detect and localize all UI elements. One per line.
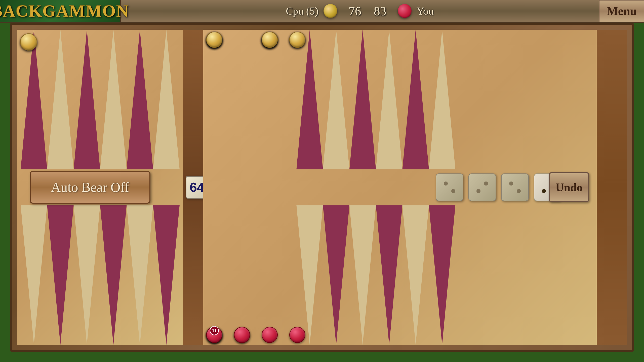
svg-marker-19 xyxy=(323,205,349,345)
you-name: You xyxy=(417,5,434,17)
bear-off-tray xyxy=(597,30,627,345)
svg-marker-17 xyxy=(429,30,455,169)
svg-marker-12 xyxy=(296,30,323,169)
auto-bear-off-button[interactable]: Auto Bear Off xyxy=(30,171,150,204)
tan-checker[interactable] xyxy=(20,33,37,51)
svg-point-29 xyxy=(517,189,521,193)
svg-marker-4 xyxy=(127,30,153,169)
board-container: Auto Bear Off 64 xyxy=(10,23,634,352)
menu-button[interactable]: Menu xyxy=(599,0,644,22)
score-area: Cpu (5) 76 83 You xyxy=(121,4,599,18)
undo-label: Undo xyxy=(555,181,582,194)
undo-button[interactable]: Undo xyxy=(549,172,589,202)
svg-marker-1 xyxy=(47,30,73,169)
cpu-score: 76 xyxy=(347,4,363,18)
svg-marker-0 xyxy=(21,30,47,169)
red-checker[interactable] xyxy=(289,327,305,343)
header: BACKGAMMON Cpu (5) 76 83 You Menu xyxy=(0,0,644,23)
svg-marker-16 xyxy=(403,30,429,169)
auto-bear-off-label: Auto Bear Off xyxy=(51,179,129,195)
doubling-cube-value: 64 xyxy=(190,180,204,195)
svg-point-30 xyxy=(542,189,546,193)
svg-marker-3 xyxy=(100,30,127,169)
cpu-section: Cpu (5) xyxy=(286,4,337,18)
tan-checker[interactable] xyxy=(289,32,305,48)
svg-point-26 xyxy=(476,189,480,193)
point-6-red-checkers: 11 xyxy=(206,327,222,343)
you-section: You xyxy=(398,4,434,18)
right-board: Undo 11 xyxy=(203,30,597,345)
svg-marker-7 xyxy=(47,205,73,345)
svg-marker-15 xyxy=(376,30,402,169)
die-1 xyxy=(436,173,463,201)
title-area: BACKGAMMON xyxy=(0,0,121,22)
bar: 64 xyxy=(183,30,203,345)
red-checker[interactable] xyxy=(234,327,250,343)
svg-marker-13 xyxy=(323,30,349,169)
svg-marker-11 xyxy=(153,205,180,345)
die-3-dots xyxy=(506,178,524,196)
svg-point-24 xyxy=(444,182,448,186)
svg-marker-23 xyxy=(429,205,455,345)
menu-label: Menu xyxy=(607,4,637,18)
svg-marker-14 xyxy=(349,30,376,169)
red-checker[interactable] xyxy=(262,327,278,343)
svg-point-25 xyxy=(451,189,455,193)
svg-marker-22 xyxy=(403,205,429,345)
cpu-name: Cpu (5) xyxy=(286,5,318,17)
svg-marker-18 xyxy=(296,205,323,345)
svg-marker-9 xyxy=(100,205,127,345)
die-2-dots xyxy=(473,178,491,196)
you-score: 83 xyxy=(373,4,388,18)
tan-checker[interactable] xyxy=(206,32,222,48)
die-3 xyxy=(501,173,529,201)
svg-marker-6 xyxy=(21,205,47,345)
svg-marker-5 xyxy=(153,30,180,169)
die-1-dots xyxy=(441,178,458,196)
you-checker-icon xyxy=(398,4,412,18)
board-inner: Auto Bear Off 64 xyxy=(17,30,627,345)
svg-marker-20 xyxy=(349,205,376,345)
svg-marker-21 xyxy=(376,205,402,345)
cpu-checker-icon xyxy=(324,4,337,18)
tan-checker[interactable] xyxy=(262,32,278,48)
checker-count-badge: 11 xyxy=(210,326,219,335)
dice-area xyxy=(436,173,561,201)
svg-marker-10 xyxy=(127,205,153,345)
left-board: Auto Bear Off xyxy=(17,30,183,345)
svg-marker-2 xyxy=(74,30,100,169)
svg-point-28 xyxy=(509,182,513,186)
die-2 xyxy=(468,173,496,201)
svg-point-27 xyxy=(484,182,488,186)
game-title: BACKGAMMON xyxy=(0,1,129,21)
red-checker[interactable]: 11 xyxy=(206,327,222,343)
svg-marker-8 xyxy=(74,205,100,345)
